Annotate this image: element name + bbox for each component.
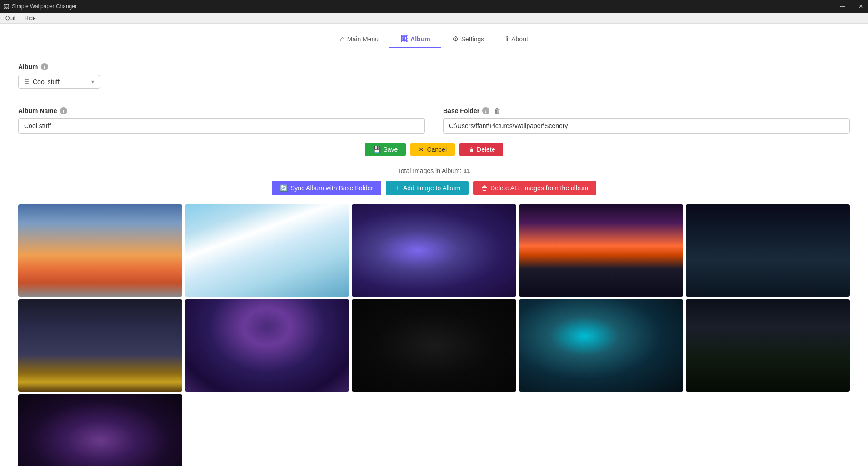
- delete-all-icon: 🗑: [481, 184, 488, 192]
- tab-main-menu-label: Main Menu: [347, 35, 379, 43]
- grid-image-4[interactable]: [519, 204, 683, 297]
- app-icon: 🖼: [4, 3, 9, 10]
- info-icon: ℹ: [506, 35, 509, 43]
- main-content: ⌂ Main Menu 🖼 Album ⚙ Settings ℹ About A…: [0, 24, 868, 466]
- grid-image-8[interactable]: [352, 299, 516, 392]
- grid-image-6[interactable]: [18, 299, 182, 392]
- tab-album-label: Album: [410, 35, 430, 43]
- album-name-label: Album Name i: [18, 107, 425, 114]
- delete-all-label: Delete ALL Images from the album: [490, 184, 588, 192]
- tab-settings[interactable]: ⚙ Settings: [441, 31, 495, 48]
- album-section: Album i ☰ Cool stuff ▾: [18, 63, 850, 89]
- divider-1: [18, 98, 850, 98]
- grid-image-7[interactable]: [185, 299, 349, 392]
- album-label-text: Album: [18, 63, 38, 70]
- action-buttons: 💾 Save ✕ Cancel 🗑 Delete: [18, 143, 850, 156]
- tab-main-menu[interactable]: ⌂ Main Menu: [329, 31, 389, 48]
- chevron-down-icon: ▾: [91, 79, 94, 85]
- grid-image-1[interactable]: [18, 204, 182, 297]
- grid-image-2[interactable]: [185, 204, 349, 297]
- add-image-button[interactable]: ＋ Add Image to Album: [386, 181, 469, 195]
- grid-image-3[interactable]: [352, 204, 516, 297]
- home-icon: ⌂: [340, 35, 344, 43]
- delete-button[interactable]: 🗑 Delete: [459, 143, 503, 156]
- album-section-label: Album i: [18, 63, 850, 70]
- album-name-input[interactable]: [18, 118, 425, 134]
- gear-icon: ⚙: [452, 35, 459, 43]
- save-button[interactable]: 💾 Save: [365, 143, 406, 156]
- album-name-info-icon[interactable]: i: [60, 107, 67, 114]
- tab-about[interactable]: ℹ About: [495, 31, 539, 48]
- base-folder-label: Base Folder i 🗑: [443, 107, 850, 114]
- tab-settings-label: Settings: [461, 35, 484, 43]
- titlebar-title: 🖼 Simple Wallpaper Changer: [4, 3, 77, 10]
- delete-all-button[interactable]: 🗑 Delete ALL Images from the album: [473, 181, 596, 195]
- album-dropdown-icon: ☰: [24, 79, 29, 85]
- base-folder-info-icon[interactable]: i: [482, 107, 489, 114]
- cancel-label: Cancel: [427, 146, 447, 153]
- total-images-count: 11: [464, 167, 471, 174]
- delete-label: Delete: [477, 146, 495, 153]
- navigation: ⌂ Main Menu 🖼 Album ⚙ Settings ℹ About: [0, 24, 868, 52]
- album-dropdown[interactable]: ☰ Cool stuff ▾: [18, 75, 100, 89]
- album-info-icon[interactable]: i: [41, 63, 48, 70]
- menu-quit[interactable]: Quit: [4, 14, 17, 22]
- menubar: Quit Hide: [0, 13, 868, 24]
- image-grid: [18, 204, 850, 466]
- content-area: Album i ☰ Cool stuff ▾ Album Name i Ba: [0, 52, 868, 466]
- total-images-label: Total Images in Album:: [398, 167, 462, 174]
- base-folder-group: Base Folder i 🗑: [443, 107, 850, 134]
- album-action-buttons: 🔄 Sync Album with Base Folder ＋ Add Imag…: [18, 181, 850, 195]
- album-name-label-text: Album Name: [18, 107, 57, 114]
- cancel-button[interactable]: ✕ Cancel: [410, 143, 455, 156]
- cancel-icon: ✕: [419, 146, 424, 153]
- grid-image-10[interactable]: [686, 299, 850, 392]
- grid-image-11[interactable]: [18, 394, 182, 466]
- base-folder-delete-icon[interactable]: 🗑: [494, 108, 500, 114]
- save-icon: 💾: [373, 146, 381, 153]
- minimize-button[interactable]: —: [839, 3, 846, 10]
- tab-about-label: About: [511, 35, 528, 43]
- base-folder-label-text: Base Folder: [443, 107, 479, 114]
- delete-icon: 🗑: [468, 146, 474, 153]
- base-folder-input[interactable]: [443, 118, 850, 134]
- titlebar: 🖼 Simple Wallpaper Changer — □ ✕: [0, 0, 868, 13]
- add-icon: ＋: [394, 184, 400, 192]
- total-images-row: Total Images in Album: 11: [18, 167, 850, 174]
- album-icon: 🖼: [400, 35, 408, 43]
- album-name-group: Album Name i: [18, 107, 425, 134]
- titlebar-controls: — □ ✕: [839, 3, 864, 10]
- grid-image-9[interactable]: [519, 299, 683, 392]
- grid-image-5[interactable]: [686, 204, 850, 297]
- sync-album-button[interactable]: 🔄 Sync Album with Base Folder: [272, 181, 381, 195]
- album-dropdown-value: Cool stuff: [33, 78, 88, 85]
- close-button[interactable]: ✕: [857, 3, 864, 10]
- form-row: Album Name i Base Folder i 🗑: [18, 107, 850, 134]
- menu-hide[interactable]: Hide: [23, 14, 38, 22]
- sync-icon: 🔄: [280, 184, 288, 192]
- tab-album[interactable]: 🖼 Album: [389, 31, 441, 48]
- sync-label: Sync Album with Base Folder: [290, 184, 373, 192]
- save-label: Save: [384, 146, 398, 153]
- add-image-label: Add Image to Album: [403, 184, 460, 192]
- maximize-button[interactable]: □: [848, 3, 855, 10]
- app-title: Simple Wallpaper Changer: [12, 3, 77, 10]
